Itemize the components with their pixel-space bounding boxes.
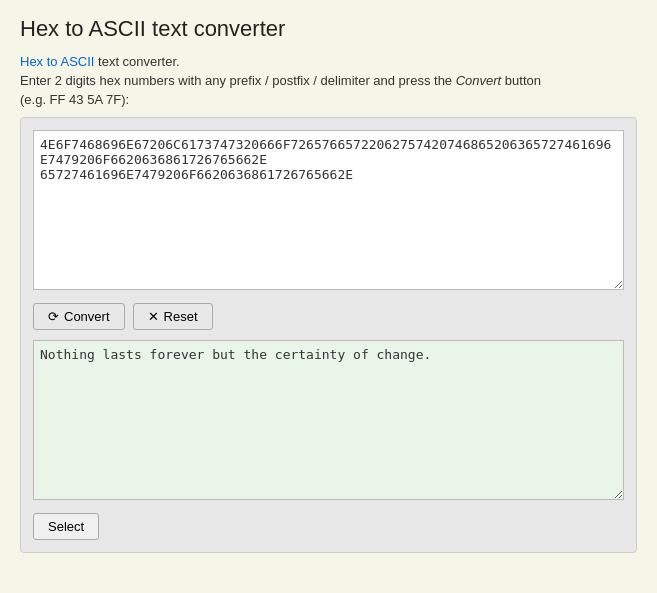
reset-button[interactable]: ✕ Reset — [133, 303, 213, 330]
times-icon: ✕ — [148, 309, 159, 324]
convert-button[interactable]: ⟳ Convert — [33, 303, 125, 330]
refresh-icon: ⟳ — [48, 309, 59, 324]
select-button[interactable]: Select — [33, 513, 99, 540]
instruction-line1: Enter 2 digits hex numbers with any pref… — [20, 73, 637, 88]
hex-ascii-link[interactable]: Hex to ASCII — [20, 54, 94, 69]
ascii-output[interactable]: Nothing lasts forever but the certainty … — [33, 340, 624, 500]
instruction-line2: (e.g. FF 43 5A 7F): — [20, 92, 637, 107]
hex-input[interactable]: 4E6F7468696E67206C6173747320666F72657665… — [33, 130, 624, 290]
description-line1: Hex to ASCII text converter. — [20, 54, 637, 69]
main-panel: 4E6F7468696E67206C6173747320666F72657665… — [20, 117, 637, 553]
select-row: Select — [33, 513, 624, 540]
page-title: Hex to ASCII text converter — [20, 16, 637, 42]
button-row: ⟳ Convert ✕ Reset — [33, 303, 624, 330]
